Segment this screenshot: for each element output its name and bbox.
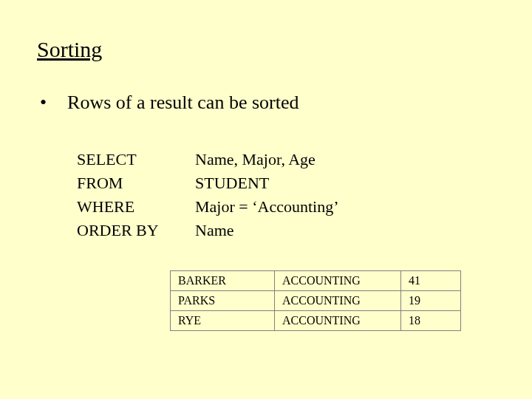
bullet-row: • Rows of a result can be sorted — [40, 92, 502, 114]
table-row: PARKS ACCOUNTING 19 — [171, 290, 461, 310]
cell-major: ACCOUNTING — [275, 310, 401, 330]
sql-block: SELECT Name, Major, Age FROM STUDENT WHE… — [77, 148, 502, 242]
cell-name: BARKER — [171, 270, 275, 290]
slide: Sorting • Rows of a result can be sorted… — [0, 0, 532, 399]
table-row: BARKER ACCOUNTING 41 — [171, 270, 461, 290]
cell-major: ACCOUNTING — [275, 270, 401, 290]
bullet-icon: • — [40, 93, 47, 112]
sql-orderby-value: Name — [195, 219, 234, 242]
sql-where-row: WHERE Major = ‘Accounting’ — [77, 195, 502, 219]
bullet-text: Rows of a result can be sorted — [67, 92, 299, 114]
result-table: BARKER ACCOUNTING 41 PARKS ACCOUNTING 19… — [170, 270, 461, 331]
cell-age: 41 — [401, 270, 461, 290]
sql-orderby-row: ORDER BY Name — [77, 219, 502, 242]
sql-orderby-keyword: ORDER BY — [77, 219, 195, 242]
sql-select-value: Name, Major, Age — [195, 148, 316, 171]
sql-where-keyword: WHERE — [77, 195, 195, 219]
slide-title: Sorting — [37, 37, 502, 62]
sql-from-keyword: FROM — [77, 171, 195, 195]
cell-name: RYE — [171, 310, 275, 330]
cell-age: 19 — [401, 290, 461, 310]
sql-select-keyword: SELECT — [77, 148, 195, 171]
result-table-wrap: BARKER ACCOUNTING 41 PARKS ACCOUNTING 19… — [170, 270, 502, 331]
cell-major: ACCOUNTING — [275, 290, 401, 310]
table-row: RYE ACCOUNTING 18 — [171, 310, 461, 330]
sql-select-row: SELECT Name, Major, Age — [77, 148, 502, 171]
sql-from-value: STUDENT — [195, 171, 269, 195]
sql-where-value: Major = ‘Accounting’ — [195, 195, 338, 219]
cell-age: 18 — [401, 310, 461, 330]
sql-from-row: FROM STUDENT — [77, 171, 502, 195]
cell-name: PARKS — [171, 290, 275, 310]
